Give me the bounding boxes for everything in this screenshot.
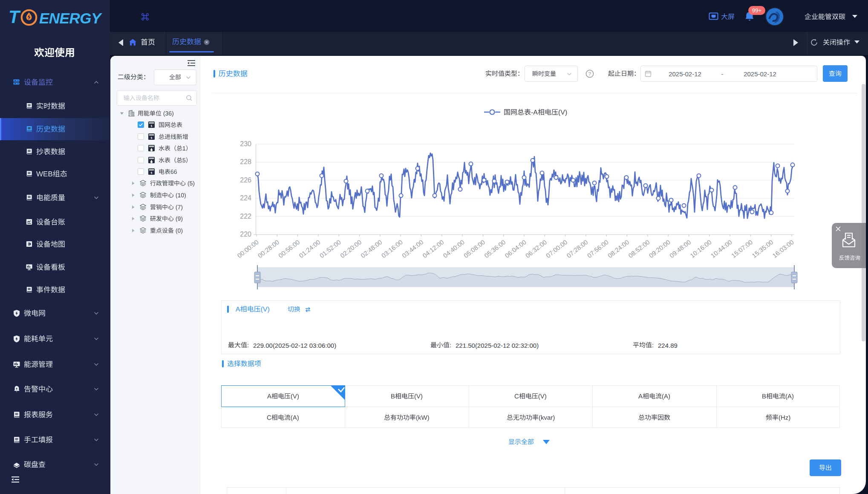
svg-text:02:20:00: 02:20:00: [339, 238, 363, 259]
svg-text:07:56:00: 07:56:00: [586, 238, 610, 259]
svg-text:06:32:00: 06:32:00: [524, 238, 548, 259]
svg-text:05:08:00: 05:08:00: [462, 238, 486, 259]
svg-text:05:36:00: 05:36:00: [483, 238, 507, 259]
svg-text:00:28:00: 00:28:00: [257, 238, 280, 259]
svg-text:01:52:00: 01:52:00: [318, 238, 342, 259]
svg-text:04:40:00: 04:40:00: [441, 238, 465, 259]
svg-text:08:24:00: 08:24:00: [606, 238, 630, 259]
svg-text:04:12:00: 04:12:00: [421, 238, 445, 259]
svg-text:?: ?: [588, 71, 591, 76]
svg-text:08:52:00: 08:52:00: [627, 238, 651, 259]
svg-text:16:03:00: 16:03:00: [771, 238, 795, 259]
svg-text:15:07:00: 15:07:00: [730, 238, 754, 259]
svg-text:06:04:00: 06:04:00: [503, 238, 527, 259]
svg-text:00:56:00: 00:56:00: [277, 238, 301, 259]
svg-text:07:28:00: 07:28:00: [565, 238, 589, 259]
svg-text:15:35:00: 15:35:00: [750, 238, 774, 259]
svg-text:03:16:00: 03:16:00: [380, 238, 404, 259]
svg-text:07:00:00: 07:00:00: [545, 238, 568, 259]
svg-text:09:20:00: 09:20:00: [648, 238, 672, 259]
svg-text:10:16:00: 10:16:00: [689, 238, 712, 259]
svg-text:09:48:00: 09:48:00: [668, 238, 692, 259]
svg-text:03:44:00: 03:44:00: [401, 238, 424, 259]
svg-text:02:48:00: 02:48:00: [359, 238, 383, 259]
svg-text:00:00:00: 00:00:00: [236, 238, 260, 259]
svg-text:10:44:00: 10:44:00: [709, 238, 733, 259]
svg-text:01:24:00: 01:24:00: [297, 238, 321, 259]
